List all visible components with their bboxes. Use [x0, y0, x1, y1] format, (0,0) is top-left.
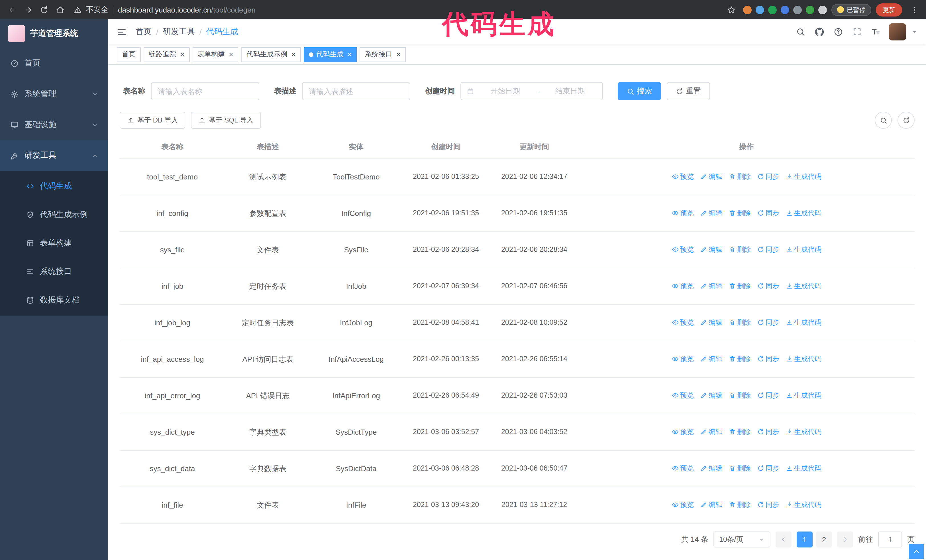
- edit-link[interactable]: 编辑: [700, 208, 722, 219]
- delete-link[interactable]: 删除: [729, 244, 751, 255]
- sync-link[interactable]: 同步: [757, 353, 779, 365]
- edit-link[interactable]: 编辑: [700, 244, 722, 255]
- preview-link[interactable]: 预览: [672, 317, 694, 328]
- edit-link[interactable]: 编辑: [700, 390, 722, 402]
- tab-close-icon[interactable]: ×: [180, 51, 185, 58]
- page-button-1[interactable]: 1: [797, 531, 813, 548]
- sidebar-item-1[interactable]: 系统管理: [0, 78, 108, 109]
- github-link[interactable]: [815, 27, 824, 36]
- goto-page-input[interactable]: [878, 531, 902, 548]
- avatar-caret-icon[interactable]: [912, 29, 917, 35]
- tab-0[interactable]: 首页: [117, 47, 141, 62]
- leaf-extension-icon[interactable]: [806, 5, 814, 14]
- sync-link[interactable]: 同步: [757, 317, 779, 328]
- generate-code-link[interactable]: 生成代码: [785, 463, 822, 474]
- sidebar-subitem-1[interactable]: 代码生成示例: [0, 201, 108, 229]
- table-desc-input[interactable]: [302, 82, 410, 100]
- header-search-button[interactable]: [796, 27, 805, 36]
- grid-extension-icon[interactable]: [781, 5, 789, 14]
- sync-link[interactable]: 同步: [757, 463, 779, 474]
- preview-link[interactable]: 预览: [672, 499, 694, 511]
- delete-link[interactable]: 删除: [729, 390, 751, 402]
- start-date-field[interactable]: 开始日期: [479, 86, 532, 96]
- sidebar-toggle-icon[interactable]: [117, 27, 127, 37]
- delete-link[interactable]: 删除: [729, 463, 751, 474]
- generate-code-link[interactable]: 生成代码: [785, 171, 822, 183]
- preview-link[interactable]: 预览: [672, 244, 694, 255]
- sync-link[interactable]: 同步: [757, 390, 779, 402]
- import-db-button[interactable]: 基于 DB 导入: [120, 112, 186, 129]
- end-date-field[interactable]: 结束日期: [543, 86, 597, 96]
- back-to-top-button[interactable]: [909, 544, 924, 559]
- edit-link[interactable]: 编辑: [700, 426, 722, 438]
- generate-code-link[interactable]: 生成代码: [785, 317, 822, 328]
- sidebar-subitem-3[interactable]: 系统接口: [0, 258, 108, 286]
- sidebar-subitem-4[interactable]: 数据库文档: [0, 286, 108, 314]
- preview-link[interactable]: 预览: [672, 208, 694, 219]
- security-label[interactable]: 不安全: [86, 5, 108, 15]
- tab-4[interactable]: 代码生成×: [304, 47, 357, 62]
- puzzle-extension-icon[interactable]: [818, 5, 827, 14]
- tab-close-icon[interactable]: ×: [229, 51, 233, 58]
- preview-link[interactable]: 预览: [672, 171, 694, 183]
- page-size-select[interactable]: 10条/页: [713, 531, 770, 548]
- search-button[interactable]: 搜索: [618, 82, 661, 100]
- generate-code-link[interactable]: 生成代码: [785, 281, 822, 292]
- tab-3[interactable]: 代码生成示例×: [241, 47, 301, 62]
- page-button-2[interactable]: 2: [816, 531, 832, 548]
- home-button[interactable]: [53, 2, 67, 17]
- delete-link[interactable]: 删除: [729, 499, 751, 511]
- bookmark-star-button[interactable]: [724, 2, 738, 17]
- tab-5[interactable]: 系统接口×: [360, 47, 406, 62]
- generate-code-link[interactable]: 生成代码: [785, 244, 822, 255]
- table-name-input[interactable]: [151, 82, 259, 100]
- back-button[interactable]: [5, 2, 20, 17]
- preview-link[interactable]: 预览: [672, 353, 694, 365]
- sync-link[interactable]: 同步: [757, 499, 779, 511]
- toggle-search-button[interactable]: [875, 112, 892, 129]
- sidebar-item-3[interactable]: 研发工具: [0, 140, 108, 171]
- preview-link[interactable]: 预览: [672, 463, 694, 474]
- breadcrumb-home[interactable]: 首页: [136, 27, 151, 37]
- preview-link[interactable]: 预览: [672, 390, 694, 402]
- generate-code-link[interactable]: 生成代码: [785, 208, 822, 219]
- import-sql-button[interactable]: 基于 SQL 导入: [191, 112, 261, 129]
- breadcrumb-tools[interactable]: 研发工具: [163, 27, 195, 37]
- tab-close-icon[interactable]: ×: [348, 51, 352, 58]
- edit-link[interactable]: 编辑: [700, 317, 722, 328]
- sync-link[interactable]: 同步: [757, 208, 779, 219]
- font-size-button[interactable]: [871, 27, 881, 36]
- tab-close-icon[interactable]: ×: [291, 51, 295, 58]
- sync-link[interactable]: 同步: [757, 281, 779, 292]
- edit-link[interactable]: 编辑: [700, 171, 722, 183]
- preview-link[interactable]: 预览: [672, 426, 694, 438]
- generate-code-link[interactable]: 生成代码: [785, 499, 822, 511]
- generate-code-link[interactable]: 生成代码: [785, 426, 822, 438]
- drop-extension-icon[interactable]: [756, 5, 764, 14]
- date-range-picker[interactable]: 开始日期 - 结束日期: [460, 82, 603, 100]
- delete-link[interactable]: 删除: [729, 426, 751, 438]
- sidebar-subitem-2[interactable]: 表单构建: [0, 229, 108, 258]
- preview-link[interactable]: 预览: [672, 281, 694, 292]
- generate-code-link[interactable]: 生成代码: [785, 353, 822, 365]
- sidebar-item-2[interactable]: 基础设施: [0, 109, 108, 140]
- browser-menu-button[interactable]: [906, 2, 921, 17]
- refresh-table-button[interactable]: [897, 112, 915, 129]
- sidebar-subitem-0[interactable]: 代码生成: [0, 172, 108, 201]
- edit-link[interactable]: 编辑: [700, 499, 722, 511]
- sync-link[interactable]: 同步: [757, 426, 779, 438]
- edit-link[interactable]: 编辑: [700, 463, 722, 474]
- update-button[interactable]: 更新: [876, 3, 902, 16]
- delete-link[interactable]: 删除: [729, 171, 751, 183]
- refresh-button[interactable]: [36, 2, 51, 17]
- delete-link[interactable]: 删除: [729, 317, 751, 328]
- edit-link[interactable]: 编辑: [700, 281, 722, 292]
- box-extension-icon[interactable]: [793, 5, 802, 14]
- url-text[interactable]: dashboard.yudao.iocoder.cn/tool/codegen: [118, 5, 256, 14]
- paused-badge[interactable]: 已暂停: [831, 4, 871, 16]
- generate-code-link[interactable]: 生成代码: [785, 390, 822, 402]
- tab-1[interactable]: 链路追踪×: [144, 47, 189, 62]
- tab-2[interactable]: 表单构建×: [192, 47, 238, 62]
- help-button[interactable]: [834, 27, 843, 36]
- address-bar[interactable]: 不安全 dashboard.yudao.iocoder.cn/tool/code…: [74, 5, 256, 15]
